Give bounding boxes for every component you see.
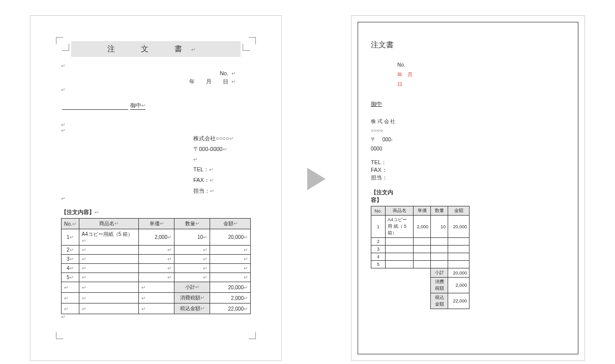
doc-title: 注 文 書↵ bbox=[71, 41, 241, 57]
totals-table: 小計20,000 消費税額2,000 税込金額22,000 bbox=[430, 268, 470, 309]
recipient-row: 御中 bbox=[371, 100, 565, 108]
recipient-row: 御中↵ bbox=[62, 102, 251, 110]
tax-row: 消費税額2,000 bbox=[431, 278, 470, 293]
subtotal-row: 小計20,000 bbox=[431, 268, 470, 278]
table-row: 2↵↵↵↵↵ bbox=[62, 246, 251, 255]
document-after: 注文書 No. 年 月 日 御中 株 式 会 社 ○○○○ 〒 000- 000… bbox=[351, 15, 585, 361]
crop-mark-icon bbox=[243, 44, 250, 51]
tel-row: TEL： bbox=[371, 159, 565, 166]
table-header-row: No.↵ 商品名↵ 単価↵ 数量↵ 金額↵ bbox=[62, 219, 251, 229]
table-row: 5 bbox=[371, 261, 470, 268]
gross-row: 税込金額22,000 bbox=[431, 293, 470, 309]
table-row: 3↵↵↵↵↵ bbox=[62, 255, 251, 264]
crop-mark-icon bbox=[62, 44, 69, 51]
doc-title: 注文書 bbox=[371, 40, 565, 50]
date-row: 年 月 日↵ bbox=[61, 78, 251, 85]
table-row: 4↵↵↵↵↵ bbox=[62, 264, 251, 273]
table-row: 4 bbox=[371, 253, 470, 261]
table-header-row: No. 商品名 単価 数量 金額 bbox=[371, 206, 470, 216]
section-heading: 【注文内容】↵ bbox=[61, 208, 251, 216]
arrow-icon bbox=[307, 168, 326, 190]
paragraph-mark: ↵ bbox=[61, 314, 251, 320]
sender-block: 株 式 会 社 ○○○○ 〒 000- 0000 bbox=[371, 117, 406, 154]
table-row: 3 bbox=[371, 246, 470, 253]
gross-row: ↵↵↵税込金額↵22,000↵ bbox=[62, 304, 251, 314]
crop-mark-icon bbox=[249, 332, 256, 339]
paragraph-mark: ↵ bbox=[61, 63, 251, 69]
paragraph-mark: ↵ bbox=[61, 128, 251, 133]
crop-mark-icon bbox=[56, 37, 63, 44]
section-heading: 【注文内容】 bbox=[371, 189, 399, 204]
crop-mark-icon bbox=[249, 37, 256, 44]
table-row: 2 bbox=[371, 238, 470, 246]
subtotal-row: ↵↵↵小計↵20,000↵ bbox=[62, 282, 251, 293]
paragraph-mark: ↵ bbox=[61, 87, 251, 93]
paragraph-mark: ↵ bbox=[61, 122, 251, 128]
fax-row: FAX： bbox=[371, 166, 565, 174]
table-row: 5↵↵↵↵↵ bbox=[62, 273, 251, 282]
no-date-block: No. 年 月 日 bbox=[397, 60, 433, 89]
staff-row: 担当： bbox=[371, 174, 565, 181]
table-row: 1A4コピー用 紙（ 5 箱）2,0001020,000 bbox=[371, 216, 470, 238]
no-row: No.↵ bbox=[61, 70, 251, 76]
paragraph-mark: ↵ bbox=[61, 196, 251, 201]
sender-block: 株式会社○○○○↵ 〒000-0000↵ ↵ TEL：↵ FAX：↵ 担当：↵ bbox=[193, 133, 251, 196]
order-table: No.↵ 商品名↵ 単価↵ 数量↵ 金額↵ 1↵A4コピー用紙（5 箱） ↵2,… bbox=[61, 218, 251, 314]
order-table: No. 商品名 単価 数量 金額 1A4コピー用 紙（ 5 箱）2,000102… bbox=[371, 206, 470, 268]
tax-row: ↵↵↵消費税額↵2,000↵ bbox=[62, 293, 251, 304]
document-before: 注 文 書↵ ↵ No.↵ 年 月 日↵ ↵ 御中↵ ↵ ↵ 株式会社○○○○↵… bbox=[30, 15, 282, 361]
table-row: 1↵A4コピー用紙（5 箱） ↵2,000↵10↵20,000↵ bbox=[62, 229, 251, 246]
crop-mark-icon bbox=[56, 332, 63, 339]
